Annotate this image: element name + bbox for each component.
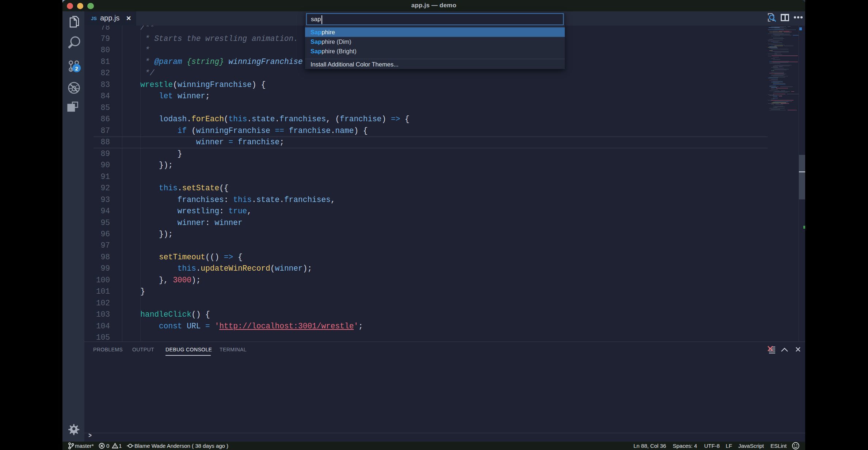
svg-text:2: 2 [75, 65, 78, 72]
